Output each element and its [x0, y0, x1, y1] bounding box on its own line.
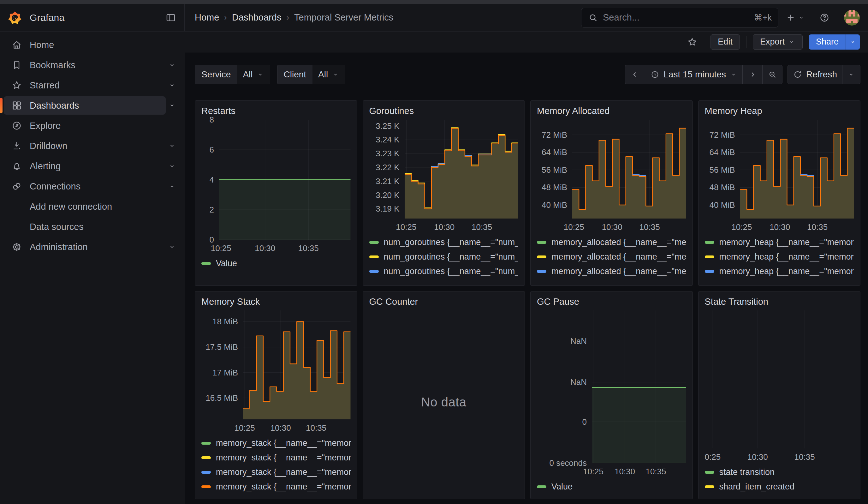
panel-title[interactable]: Memory Stack: [202, 297, 351, 308]
sidebar-item-administration[interactable]: Administration: [0, 237, 185, 257]
legend-item[interactable]: memory_heap {__name__="memory_h: [705, 249, 854, 264]
panel-title[interactable]: State Transition: [705, 297, 854, 308]
x-tick-label: 10:35: [794, 452, 815, 462]
refresh-button[interactable]: Refresh: [787, 65, 843, 84]
plot-area[interactable]: [572, 120, 686, 218]
legend-item[interactable]: memory_heap {__name__="memory_h: [705, 264, 854, 278]
zoom-out-button[interactable]: [763, 65, 783, 84]
legend-item[interactable]: shard_item_created: [705, 480, 854, 494]
legend-item[interactable]: memory_allocated {__name__="memo: [537, 264, 686, 278]
panel-title[interactable]: Memory Heap: [705, 106, 854, 117]
breadcrumb-dashboards[interactable]: Dashboards: [232, 12, 281, 23]
legend-color-swatch: [202, 485, 211, 488]
legend-label: state transition: [719, 467, 775, 477]
time-range-picker[interactable]: Last 15 minutes: [645, 65, 743, 84]
legend-color-swatch: [202, 471, 211, 474]
chevron-down-icon[interactable]: [166, 243, 178, 251]
chevron-down-icon[interactable]: [166, 81, 178, 89]
sidebar-item-starred[interactable]: Starred: [0, 75, 185, 95]
x-tick-label: 10:25: [731, 222, 752, 232]
filter-value-dropdown[interactable]: All: [237, 65, 270, 84]
legend-item[interactable]: num_goroutines {__name__="num_go: [369, 235, 519, 249]
legend-item[interactable]: memory_allocated {__name__="memo: [537, 235, 686, 249]
legend-item[interactable]: num_goroutines {__name__="num_go: [369, 264, 519, 278]
refresh-interval-dropdown[interactable]: [843, 65, 860, 84]
chevron-down-icon[interactable]: [166, 142, 178, 150]
sidebar-item-explore[interactable]: Explore: [0, 116, 185, 136]
y-axis-labels: 86420: [202, 120, 219, 240]
sidebar-item-data-sources[interactable]: Data sources: [0, 217, 185, 237]
panel-title[interactable]: Restarts: [202, 106, 351, 117]
time-shift-forward-button[interactable]: [743, 65, 763, 84]
panel-title[interactable]: GC Counter: [369, 297, 519, 308]
filter-value-dropdown[interactable]: All: [312, 65, 345, 84]
client-filter[interactable]: Client All: [277, 65, 345, 84]
y-axis-labels: 72 MiB64 MiB56 MiB48 MiB40 MiB: [537, 120, 572, 218]
legend-item[interactable]: num_goroutines {__name__="num_go: [369, 249, 519, 264]
share-dropdown-button[interactable]: [846, 34, 860, 50]
breadcrumb-home[interactable]: Home: [195, 12, 219, 23]
chevron-down-icon[interactable]: [166, 61, 178, 69]
mega-menu-toggle-icon[interactable]: [165, 12, 176, 23]
legend-item[interactable]: Value: [537, 480, 686, 494]
panel-title[interactable]: Memory Allocated: [537, 106, 686, 117]
chevron-down-icon[interactable]: [166, 162, 178, 170]
share-button[interactable]: Share: [809, 34, 846, 50]
plot-area[interactable]: [592, 310, 686, 463]
legend-item[interactable]: state transition: [705, 465, 854, 480]
favorite-star-icon[interactable]: [687, 37, 698, 48]
user-avatar[interactable]: [844, 10, 860, 25]
export-button[interactable]: Export: [753, 34, 803, 50]
plot-area[interactable]: [243, 310, 351, 419]
help-icon[interactable]: [819, 12, 830, 23]
legend-item[interactable]: num_goroutines {__name__="num_go: [369, 278, 519, 280]
sidebar-item-label: Starred: [30, 80, 60, 91]
add-new-button[interactable]: [785, 12, 805, 23]
y-tick-label: 17 MiB: [213, 368, 238, 377]
y-tick-label: 3.19 K: [375, 204, 399, 214]
sidebar-item-add-new-connection[interactable]: Add new connection: [0, 196, 185, 217]
time-shift-back-button[interactable]: [625, 65, 645, 84]
legend-label: shard_item_created: [719, 482, 795, 492]
breadcrumb-separator: ›: [286, 13, 289, 22]
legend-item[interactable]: memory_stack {__name__="memory_s: [202, 465, 351, 480]
legend-item[interactable]: memory_allocated {__name__="memo: [537, 249, 686, 264]
y-tick-label: 3.21 K: [375, 176, 399, 186]
service-filter[interactable]: Service All: [195, 65, 270, 84]
search-placeholder: Search...: [603, 12, 750, 23]
sidebar-item-home[interactable]: Home: [0, 35, 185, 55]
legend-item[interactable]: memory_stack {__name__="memory_s: [202, 450, 351, 465]
connections-icon: [11, 181, 22, 192]
y-tick-label: 4: [209, 175, 214, 185]
legend-item[interactable]: memory_stack {__name__="memory_s: [202, 436, 351, 450]
sidebar-item-dashboards[interactable]: Dashboards: [0, 95, 185, 116]
drilldown-icon: [11, 141, 22, 151]
x-axis-labels: 10:2510:3010:35: [243, 419, 351, 433]
chevron-up-icon[interactable]: [166, 182, 178, 191]
plot-area[interactable]: [219, 120, 351, 240]
legend-item[interactable]: memory_heap {__name__="memory_h: [705, 235, 854, 249]
sidebar-item-bookmarks[interactable]: Bookmarks: [0, 55, 185, 75]
legend-item[interactable]: memory_stack {__name__="memory_s: [202, 480, 351, 494]
zoom-out-icon: [768, 70, 777, 79]
legend-color-swatch: [705, 471, 714, 474]
legend-item[interactable]: memory_heap {__name__="memory_h: [705, 278, 854, 280]
sidebar-item-drilldown[interactable]: Drilldown: [0, 136, 185, 156]
search-input[interactable]: Search... ⌘+k: [581, 8, 778, 28]
edit-button[interactable]: Edit: [711, 34, 740, 50]
y-tick-label: 48 MiB: [541, 183, 567, 192]
y-tick-label: 3.23 K: [375, 149, 399, 158]
plot-area[interactable]: [740, 120, 854, 218]
breadcrumb: Home › Dashboards › Temporal Server Metr…: [195, 12, 393, 23]
legend-item[interactable]: memory_allocated {__name__="memo: [537, 278, 686, 280]
plot-area[interactable]: [705, 310, 854, 449]
panel-title[interactable]: GC Pause: [537, 297, 686, 308]
x-tick-label: 10:25: [564, 222, 584, 232]
plot-area[interactable]: [405, 120, 519, 218]
sidebar-item-connections[interactable]: Connections: [0, 176, 185, 196]
sidebar-item-alerting[interactable]: Alerting: [0, 156, 185, 176]
chevron-down-icon: [847, 71, 855, 78]
chevron-down-icon[interactable]: [166, 101, 178, 110]
panel-title[interactable]: Goroutines: [369, 106, 519, 117]
legend-item[interactable]: Value: [202, 256, 351, 271]
